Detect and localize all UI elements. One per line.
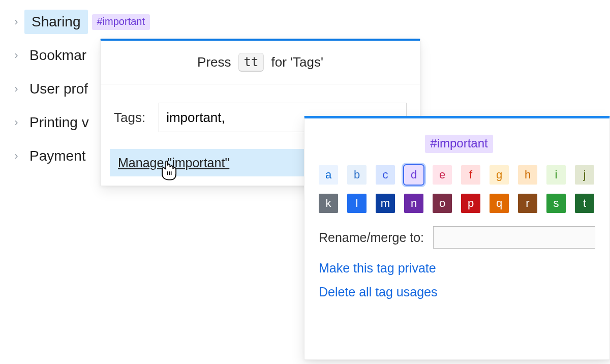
- tag-pill-important[interactable]: #important: [92, 14, 150, 30]
- chevron-right-icon[interactable]: ›: [8, 116, 24, 129]
- color-swatch-o[interactable]: o: [433, 194, 452, 213]
- color-swatch-g[interactable]: g: [490, 165, 509, 185]
- color-swatch-k[interactable]: k: [319, 194, 338, 213]
- hint-text-prefix: Press: [197, 54, 231, 70]
- tag-pill-important: #important: [425, 135, 493, 153]
- outline-item-label: Bookmar: [24, 44, 92, 67]
- color-swatch-r[interactable]: r: [518, 194, 537, 213]
- outline-item-label: Payment: [24, 145, 91, 167]
- color-swatch-e[interactable]: e: [433, 165, 452, 185]
- outline-item-label: Sharing: [24, 10, 88, 34]
- outline-item-label: User prof: [24, 78, 93, 100]
- color-swatch-q[interactable]: q: [490, 194, 509, 213]
- color-swatch-d[interactable]: d: [404, 165, 423, 185]
- chevron-right-icon[interactable]: ›: [8, 82, 24, 96]
- color-swatch-n[interactable]: n: [404, 194, 423, 213]
- keyboard-key: tt: [238, 53, 264, 72]
- make-private-link[interactable]: Make this tag private: [319, 261, 595, 276]
- outline-item-sharing[interactable]: › Sharing #important: [8, 5, 415, 39]
- chevron-right-icon[interactable]: ›: [8, 49, 24, 62]
- tags-label: Tags:: [114, 110, 145, 126]
- color-swatch-t[interactable]: t: [575, 194, 594, 213]
- color-swatch-c[interactable]: c: [376, 165, 395, 185]
- color-swatch-i[interactable]: i: [546, 165, 566, 185]
- rename-input[interactable]: [433, 226, 595, 249]
- manage-tag-link[interactable]: Manage "important": [118, 156, 229, 170]
- color-swatch-s[interactable]: s: [546, 194, 566, 213]
- color-swatch-m[interactable]: m: [376, 194, 395, 213]
- hint-text-suffix: for 'Tags': [271, 54, 323, 70]
- color-swatch-grid: abcdefghijklmnopqrst: [319, 165, 595, 213]
- color-swatch-h[interactable]: h: [518, 165, 537, 185]
- delete-all-link[interactable]: Delete all tag usages: [319, 285, 595, 299]
- chevron-right-icon[interactable]: ›: [8, 149, 24, 163]
- rename-label: Rename/merge to:: [319, 230, 424, 245]
- color-swatch-b[interactable]: b: [347, 165, 367, 185]
- outline-item-label: Printing v: [24, 111, 94, 134]
- color-swatch-l[interactable]: l: [347, 194, 367, 213]
- shortcut-hint: Press tt for 'Tags': [101, 41, 420, 84]
- color-swatch-p[interactable]: p: [461, 194, 480, 213]
- tag-manage-panel: #important abcdefghijklmnopqrst Rename/m…: [304, 116, 610, 360]
- color-swatch-a[interactable]: a: [319, 165, 338, 185]
- color-swatch-j[interactable]: j: [575, 165, 594, 185]
- chevron-right-icon[interactable]: ›: [8, 15, 24, 28]
- color-swatch-f[interactable]: f: [461, 165, 480, 185]
